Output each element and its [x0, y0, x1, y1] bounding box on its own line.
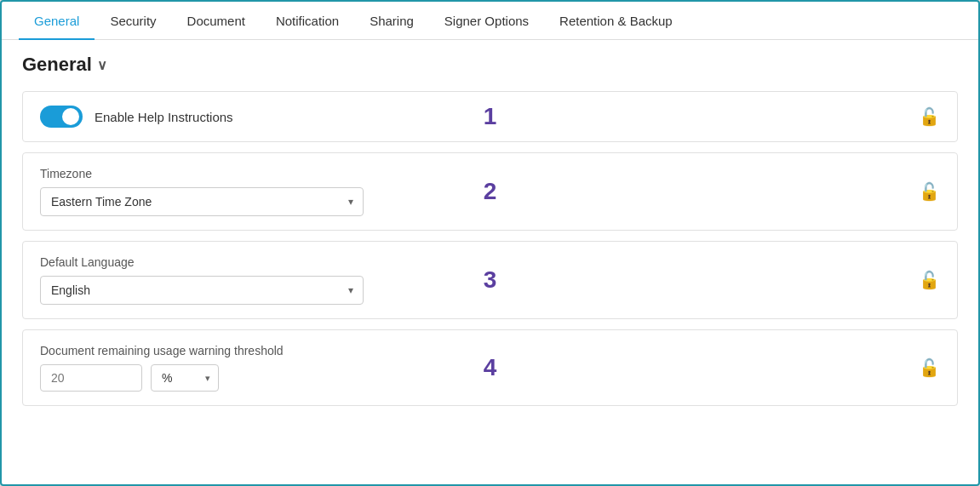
tab-document[interactable]: Document	[172, 2, 261, 40]
tab-retention-backup[interactable]: Retention & Backup	[544, 2, 688, 40]
settings-window: General Security Document Notification S…	[0, 0, 980, 486]
page-title: General ∨	[22, 54, 958, 76]
pct-select[interactable]: % Count	[151, 364, 219, 392]
tab-sharing[interactable]: Sharing	[354, 2, 429, 40]
setting-row-threshold: Document remaining usage warning thresho…	[22, 329, 958, 406]
language-select-wrap: English Spanish French German Portuguese…	[40, 276, 364, 305]
toggle-wrap: Enable Help Instructions	[40, 106, 233, 128]
language-content: Default Language English Spanish French …	[40, 255, 919, 305]
lock-icon-1: 🔓	[919, 106, 940, 127]
toggle-slider	[40, 106, 83, 128]
setting-row-inner: Enable Help Instructions	[40, 106, 919, 128]
lock-icon-4: 🔓	[919, 357, 940, 378]
language-label: Default Language	[40, 255, 919, 269]
timezone-label: Timezone	[40, 167, 919, 180]
tab-security[interactable]: Security	[95, 2, 171, 40]
pct-select-wrap: % Count ▾	[151, 364, 219, 392]
language-select[interactable]: English Spanish French German Portuguese	[40, 276, 364, 305]
setting-row-language: Default Language English Spanish French …	[22, 241, 958, 319]
setting-row-enable-help: Enable Help Instructions 1 🔓	[22, 91, 958, 142]
page-content: General ∨ Enable Help Instructions 1 🔓 T…	[2, 40, 978, 484]
setting-row-timezone: Timezone Eastern Time Zone Pacific Time …	[22, 152, 958, 231]
row-number-1: 1	[484, 103, 497, 130]
timezone-content: Timezone Eastern Time Zone Pacific Time …	[40, 167, 919, 216]
timezone-select-wrap: Eastern Time Zone Pacific Time Zone Cent…	[40, 187, 364, 216]
threshold-content: Document remaining usage warning thresho…	[40, 344, 919, 392]
tab-general[interactable]: General	[19, 2, 95, 40]
page-title-chevron[interactable]: ∨	[97, 57, 107, 73]
tab-notification[interactable]: Notification	[261, 2, 354, 40]
enable-help-label: Enable Help Instructions	[95, 110, 233, 124]
threshold-input[interactable]	[40, 364, 142, 392]
row-number-4: 4	[484, 354, 497, 381]
tab-bar: General Security Document Notification S…	[2, 2, 978, 40]
tab-signer-options[interactable]: Signer Options	[429, 2, 544, 40]
enable-help-toggle[interactable]	[40, 106, 83, 128]
lock-icon-3: 🔓	[919, 270, 940, 290]
row-number-3: 3	[484, 266, 497, 294]
threshold-row: % Count ▾	[40, 364, 919, 392]
timezone-select[interactable]: Eastern Time Zone Pacific Time Zone Cent…	[40, 187, 364, 216]
lock-icon-2: 🔓	[919, 181, 940, 202]
row-number-2: 2	[484, 178, 497, 205]
threshold-label: Document remaining usage warning thresho…	[40, 344, 919, 357]
